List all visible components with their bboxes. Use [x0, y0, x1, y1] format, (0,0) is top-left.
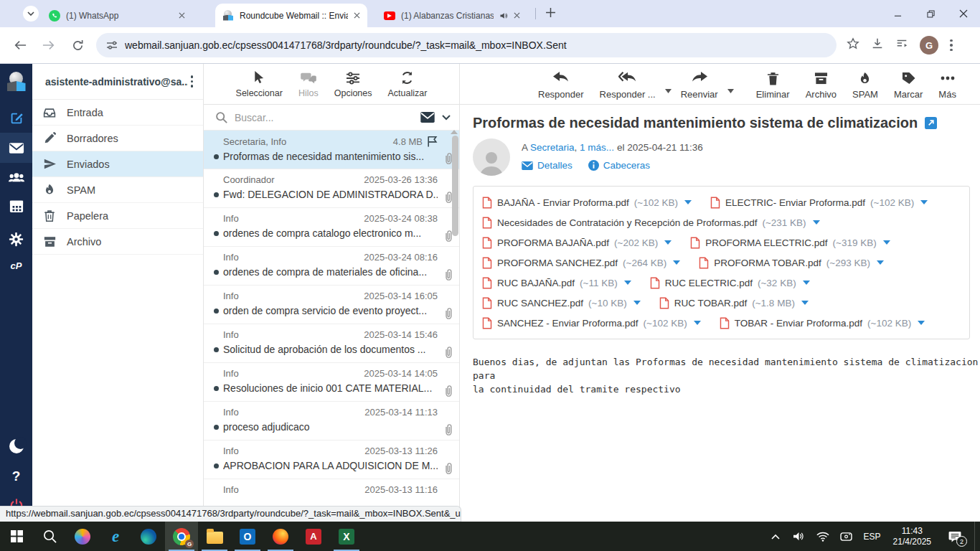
attachment-menu-caret-icon[interactable] [684, 200, 692, 204]
attachment-link[interactable]: RUC ELECTRIC.pdf (~32 KB) [650, 273, 810, 293]
message-list-item[interactable]: Info 2025-03-14 11:13 proceso adjudicaco [204, 402, 459, 441]
language-indicator[interactable]: ESP [861, 532, 884, 542]
calendar-icon[interactable] [0, 191, 32, 221]
address-bar[interactable]: webmail.sanjuan.gob.ec/cpsess0041471768/… [96, 33, 837, 57]
message-list-item[interactable]: Info 2025-03-24 08:16 ordenes de compra … [204, 247, 459, 286]
wifi-icon[interactable] [814, 532, 832, 542]
forward-caret-icon[interactable] [727, 83, 734, 96]
file-explorer-icon[interactable] [198, 522, 231, 551]
forward-button[interactable]: Reenviar [674, 70, 725, 100]
taskbar-search-icon[interactable] [33, 522, 66, 551]
attachment-link[interactable]: RUC SANCHEZ.pdf (~10 KB) [482, 293, 641, 313]
tab-roundcube[interactable]: Roundcube Webmail :: Enviados [215, 4, 367, 27]
dark-mode-icon[interactable] [0, 431, 32, 461]
internet-explorer-icon[interactable]: e [99, 522, 132, 551]
attachment-link[interactable]: PROFORMA BAJAÑA.pdf (~202 KB) [482, 232, 672, 253]
show-desktop-button[interactable] [974, 522, 977, 551]
site-settings-icon[interactable] [106, 39, 118, 51]
chrome-icon[interactable]: G [165, 522, 198, 551]
close-window-button[interactable] [947, 0, 980, 27]
attachment-menu-caret-icon[interactable] [694, 321, 701, 325]
attachment-menu-caret-icon[interactable] [803, 281, 810, 285]
cpanel-icon[interactable]: cP [0, 250, 32, 281]
folder-enviados[interactable]: Enviados [32, 151, 203, 177]
message-list-item[interactable]: Secretaria, Info 4.8 MB Proformas de nec… [204, 131, 459, 169]
attachment-link[interactable]: BAJAÑA - Enviar Proforma.pdf (~102 KB) [482, 192, 692, 212]
tab-whatsapp[interactable]: (1) WhatsApp [42, 4, 192, 27]
select-button[interactable]: Seleccionar [236, 70, 283, 98]
help-icon[interactable]: ? [0, 461, 32, 491]
taskbar-clock[interactable]: 11:43 21/4/2025 [889, 526, 936, 547]
threads-button[interactable]: Hilos [298, 70, 319, 98]
attachment-menu-caret-icon[interactable] [813, 220, 820, 225]
volume-icon[interactable] [790, 531, 809, 542]
account-header[interactable]: asistente-administrativo@sa... [32, 64, 203, 100]
reply-all-caret-icon[interactable] [665, 83, 672, 96]
browser-menu-icon[interactable] [950, 39, 953, 52]
folder-options-icon[interactable] [188, 72, 197, 90]
details-toggle[interactable]: Detalles [522, 160, 573, 171]
attachment-menu-caret-icon[interactable] [633, 301, 641, 305]
attachment-menu-caret-icon[interactable] [664, 240, 672, 245]
message-list-item[interactable]: Info 2025-03-14 14:05 Resoluciones de in… [204, 363, 459, 402]
attachment-menu-caret-icon[interactable] [801, 301, 809, 305]
attachment-menu-caret-icon[interactable] [624, 281, 631, 285]
recipient-link[interactable]: Secretaria [530, 142, 575, 153]
more-button[interactable]: Más [932, 70, 963, 100]
settings-gear-icon[interactable] [0, 224, 32, 254]
mark-button[interactable]: Marcar [887, 70, 929, 100]
spam-button[interactable]: SPAM [846, 70, 885, 100]
message-list-item[interactable]: Info 2025-03-14 15:46 Solicitud de aprob… [204, 324, 459, 363]
folder-entrada[interactable]: Entrada [32, 100, 203, 126]
attachment-menu-caret-icon[interactable] [877, 260, 884, 265]
tab-youtube[interactable]: (1) Alabanzas Cristianas 202 [377, 4, 527, 27]
message-list-item[interactable]: Info 2025-03-14 16:05 orden de compra se… [204, 286, 459, 324]
tab-close-button[interactable] [514, 12, 520, 19]
folder-spam[interactable]: SPAM [32, 177, 203, 203]
reply-all-button[interactable]: Responder ... [593, 70, 662, 100]
attachment-menu-caret-icon[interactable] [673, 260, 680, 265]
attachment-link[interactable]: PROFORMA TOBAR.pdf (~293 KB) [699, 253, 884, 273]
attachment-menu-caret-icon[interactable] [883, 240, 890, 245]
mail-icon[interactable] [0, 133, 32, 163]
maximize-button[interactable] [914, 0, 947, 27]
tab-close-button[interactable] [179, 12, 185, 19]
message-list-item[interactable]: Coordinador 2025-03-26 13:36 Fwd: DELEGA… [204, 169, 459, 208]
archive-button[interactable]: Archivo [799, 70, 843, 100]
flag-icon[interactable] [427, 136, 438, 147]
compose-icon[interactable] [0, 103, 32, 133]
tab-search-button[interactable] [23, 6, 39, 22]
attachment-link[interactable]: PROFORMA ELECTRIC.pdf (~319 KB) [690, 232, 890, 253]
profile-avatar[interactable]: G [920, 36, 938, 55]
start-button[interactable] [0, 522, 33, 551]
forward-button[interactable] [40, 39, 57, 51]
bookmark-star-icon[interactable] [847, 37, 859, 53]
meet-now-icon[interactable] [837, 532, 856, 542]
message-list-item[interactable]: Info 2025-03-24 08:38 ordenes de compra … [204, 208, 459, 247]
search-input[interactable] [235, 112, 413, 123]
folder-papelera[interactable]: Papelera [32, 203, 203, 229]
delete-button[interactable]: Eliminar [750, 70, 796, 100]
attachment-menu-caret-icon[interactable] [920, 200, 928, 204]
attachment-link[interactable]: TOBAR - Enviar Proforma.pdf (~102 KB) [720, 313, 925, 333]
attachment-link[interactable]: RUC TOBAR.pdf (~1.8 MB) [659, 293, 809, 313]
list-scrollbar[interactable] [452, 136, 458, 236]
tray-chevron-icon[interactable] [766, 534, 785, 540]
headers-toggle[interactable]: Cabeceras [588, 160, 650, 171]
message-list-item[interactable]: Info 2025-03-13 11:26 APROBACION PARA LA… [204, 441, 459, 479]
reply-button[interactable]: Responder [532, 70, 590, 100]
notifications-button[interactable]: 2 [941, 522, 969, 551]
attachment-link[interactable]: SANCHEZ - Enviar Proforma.pdf (~102 KB) [482, 313, 701, 333]
new-tab-button[interactable] [545, 7, 556, 21]
attachment-link[interactable]: PROFORMA SANCHEZ.pdf (~264 KB) [482, 253, 680, 273]
open-external-icon[interactable] [925, 117, 937, 129]
excel-icon[interactable]: X [330, 522, 363, 551]
options-button[interactable]: Opciones [334, 70, 372, 98]
tab-close-button[interactable] [354, 12, 360, 19]
attachment-link[interactable]: ELECTRIC- Enviar Proforma.pdf (~102 KB) [710, 192, 928, 212]
firefox-icon[interactable] [264, 522, 297, 551]
scroll-up-arrow[interactable] [451, 130, 458, 134]
folder-borradores[interactable]: Borradores [32, 126, 203, 151]
copilot-icon[interactable] [66, 522, 99, 551]
url-text[interactable]: webmail.sanjuan.gob.ec/cpsess0041471768/… [125, 39, 567, 51]
